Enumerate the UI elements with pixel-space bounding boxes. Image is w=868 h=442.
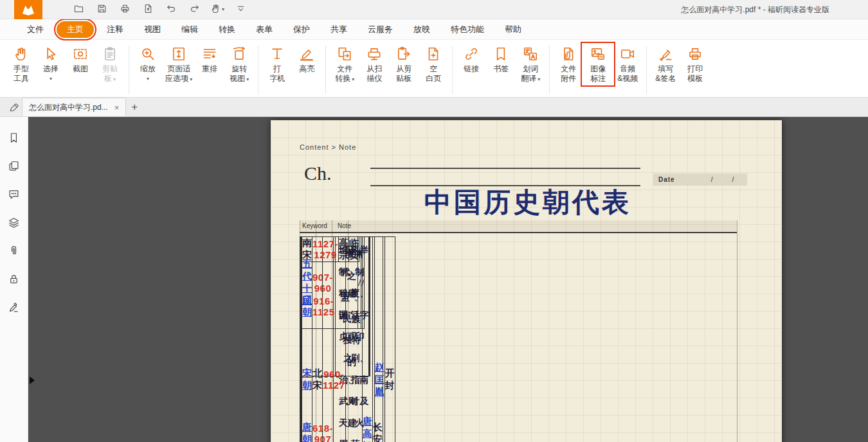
sidebar-button-pages[interactable] bbox=[6, 161, 22, 173]
fox-icon bbox=[21, 4, 35, 15]
print-button[interactable] bbox=[116, 1, 134, 18]
menu-tab-help[interactable]: 帮助 bbox=[497, 21, 529, 38]
ribbon-button-zoom[interactable]: 缩放▾ bbox=[133, 44, 163, 84]
ribbon-label-blank-page: 空白页 bbox=[426, 64, 441, 84]
menu-tab-view[interactable]: 视图 bbox=[136, 21, 168, 38]
share-export-button[interactable] bbox=[139, 1, 157, 18]
menu-tab-features[interactable]: 特色功能 bbox=[443, 21, 492, 38]
ribbon-button-from-clipboard[interactable]: 从剪贴板 bbox=[389, 44, 419, 84]
sidebar-button-layers[interactable] bbox=[6, 217, 22, 230]
ribbon-button-bookmark[interactable]: 书签 bbox=[486, 44, 516, 75]
sidebar-button-comments[interactable] bbox=[6, 189, 22, 202]
typewriter-icon bbox=[269, 45, 285, 63]
bookmark-icon bbox=[493, 45, 509, 63]
menu-tab-cloud[interactable]: 云服务 bbox=[360, 21, 401, 38]
hand-tool-quick-button[interactable]: ▾ bbox=[208, 1, 226, 18]
sidebar-button-security[interactable] bbox=[6, 274, 22, 287]
date-slash: / bbox=[732, 176, 734, 183]
table-row-liao: 辽朝 916-1125 “澶渊之盟”、民族独特的 bbox=[300, 236, 370, 294]
ribbon-button-fill-sign[interactable]: 填写&签名 bbox=[651, 44, 680, 84]
reflow-icon bbox=[201, 45, 218, 63]
ribbon: 手型工具选择▾截图剪贴板 ▾缩放▾页面适应选项 ▾重排旋转视图 ▾打字机高亮文件… bbox=[0, 40, 868, 98]
scanner-icon bbox=[366, 45, 383, 63]
open-button[interactable] bbox=[69, 1, 87, 18]
ribbon-button-snapshot[interactable]: 截图 bbox=[66, 44, 95, 75]
clipboard-icon bbox=[102, 45, 118, 63]
note-liao: “澶渊之盟”、民族独特的 bbox=[335, 237, 368, 376]
hand-icon bbox=[13, 45, 30, 63]
panel-expand-handle[interactable] bbox=[30, 376, 35, 384]
comment-icon bbox=[8, 188, 20, 202]
ribbon-label-image-annotation: 图像标注 bbox=[590, 64, 606, 84]
ribbon-separator bbox=[452, 46, 453, 94]
ribbon-button-reflow[interactable]: 重排 bbox=[195, 44, 224, 75]
document-view[interactable]: Content > Note Ch. Date / / 中国历史朝代表 Keyw… bbox=[28, 117, 868, 442]
founder-link-beisong[interactable]: 赵匡胤 bbox=[375, 362, 384, 397]
ribbon-button-hand-tool[interactable]: 手型工具 bbox=[6, 44, 36, 84]
redo-icon bbox=[189, 3, 200, 16]
annotate-pencil-icon[interactable] bbox=[5, 98, 22, 116]
ribbon-label-rotate-view: 旋转视图 ▾ bbox=[230, 64, 249, 84]
document-tab[interactable]: 怎么面对高中学习.pd... × bbox=[22, 98, 126, 116]
ribbon-button-page-fit-options[interactable]: 页面适应选项 ▾ bbox=[163, 44, 195, 85]
disk-icon bbox=[96, 3, 107, 16]
ribbon-button-rotate-view[interactable]: 旋转视图 ▾ bbox=[224, 44, 254, 85]
ribbon-button-highlight[interactable]: 高亮 bbox=[292, 44, 321, 75]
sidebar-button-bookmarks[interactable] bbox=[6, 132, 22, 145]
ribbon-label-highlight: 高亮 bbox=[299, 64, 314, 74]
ribbon-button-print-template[interactable]: 打印模板 bbox=[680, 44, 710, 84]
note-header: Note bbox=[338, 222, 351, 229]
sign-icon bbox=[657, 45, 674, 63]
ribbon-button-blank-page[interactable]: 空白页 bbox=[419, 44, 448, 84]
ribbon-button-from-scanner[interactable]: 从扫描仪 bbox=[359, 44, 389, 84]
menu-tab-form[interactable]: 表单 bbox=[248, 21, 280, 38]
signature-icon bbox=[8, 301, 20, 315]
customize-toolbar-button[interactable] bbox=[231, 1, 249, 18]
sidebar-button-attachments[interactable] bbox=[6, 245, 22, 258]
menu-tab-comment[interactable]: 注释 bbox=[99, 21, 131, 38]
ribbon-label-clipboard: 剪贴板 ▾ bbox=[102, 64, 118, 84]
sidebar-button-signatures[interactable] bbox=[6, 302, 22, 315]
fromclip-icon bbox=[395, 45, 412, 63]
paperclip-icon bbox=[8, 245, 20, 259]
caret-icon: ▾ bbox=[536, 76, 540, 82]
menu-tab-protect[interactable]: 保护 bbox=[285, 21, 318, 38]
keyword-header-rule bbox=[300, 232, 737, 233]
menu-tab-home[interactable]: 主页 bbox=[57, 21, 94, 38]
ribbon-button-typewriter[interactable]: 打字机 bbox=[262, 44, 292, 84]
ribbon-button-audio-video[interactable]: 音频&视频 bbox=[613, 44, 642, 84]
zoom-icon bbox=[140, 45, 156, 63]
menu-tab-convert[interactable]: 转换 bbox=[211, 21, 243, 38]
dates-liao: 916-1125 bbox=[312, 237, 336, 376]
menu-tab-edit[interactable]: 编辑 bbox=[174, 21, 206, 38]
hand-icon bbox=[210, 3, 221, 16]
caret-icon: ▾ bbox=[245, 76, 249, 82]
menu-tab-present[interactable]: 放映 bbox=[406, 21, 438, 38]
rotate-icon bbox=[231, 45, 248, 63]
new-tab-button[interactable]: + bbox=[126, 98, 143, 116]
redo-button[interactable] bbox=[185, 1, 203, 18]
dynasty-link-liao[interactable]: 辽朝 bbox=[302, 295, 312, 317]
ribbon-button-select[interactable]: 选择▾ bbox=[36, 44, 66, 84]
foxit-logo[interactable] bbox=[14, 0, 42, 19]
caret-icon: ▾ bbox=[140, 74, 156, 84]
ribbon-button-file-attachment[interactable]: 文件附件 bbox=[554, 44, 583, 84]
translate-icon bbox=[522, 45, 539, 63]
menu-tab-share[interactable]: 共享 bbox=[323, 21, 355, 38]
chapter-label: Ch. bbox=[304, 163, 332, 184]
ribbon-button-file-convert[interactable]: 文件转换 ▾ bbox=[330, 44, 359, 85]
ribbon-button-clipboard[interactable]: 剪贴板 ▾ bbox=[95, 44, 125, 85]
keyword-header: Keyword bbox=[302, 222, 327, 229]
undo-button[interactable] bbox=[162, 1, 180, 18]
close-tab-icon[interactable]: × bbox=[114, 103, 120, 112]
ribbon-button-image-annotation[interactable]: 图像标注 bbox=[583, 44, 613, 84]
ribbon-button-link[interactable]: 链接 bbox=[457, 44, 486, 75]
save-button[interactable] bbox=[93, 1, 111, 18]
document-tab-bar: 怎么面对高中学习.pd... × + bbox=[0, 98, 868, 117]
menu-tab-file[interactable]: 文件 bbox=[19, 21, 51, 38]
ribbon-label-snapshot: 截图 bbox=[73, 64, 88, 74]
ribbon-label-page-fit-options: 页面适应选项 ▾ bbox=[165, 64, 192, 84]
ribbon-button-word-translate[interactable]: 划词翻译 ▾ bbox=[516, 44, 545, 85]
grid-line bbox=[737, 220, 737, 442]
highlight-icon bbox=[298, 45, 315, 63]
